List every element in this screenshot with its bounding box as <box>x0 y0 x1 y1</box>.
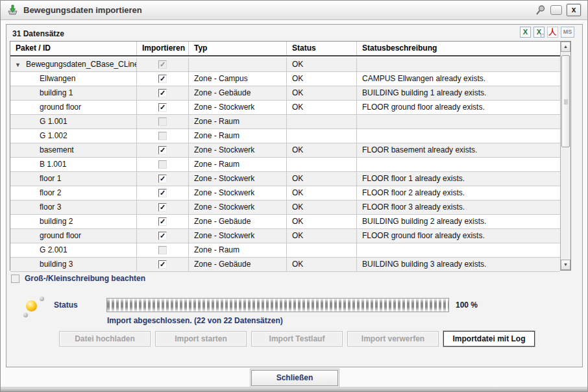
cell-typ: Zone - Gebäude <box>189 86 287 101</box>
status-label: Status <box>54 300 78 310</box>
cell-status: OK <box>287 172 357 186</box>
cell-statusbeschreibung: FLOOR basement already exists. <box>357 143 560 158</box>
cell-typ: Zone - Raum <box>189 129 287 143</box>
import-checkbox[interactable]: ✓ <box>158 217 167 226</box>
cell-importieren: ✓ <box>137 101 189 115</box>
cell-importieren: ✓ <box>137 172 189 186</box>
cell-typ: Zone - Stockwerk <box>189 101 287 115</box>
table-row[interactable]: ground floor✓Zone - StockwerkOKFLOOR gro… <box>10 229 560 243</box>
cell-statusbeschreibung: BUILDING building 1 already exists. <box>357 86 560 101</box>
cell-typ: Zone - Stockwerk <box>189 201 287 215</box>
cell-paket-id: ▼Bewegungsdaten_CBase_CLine_ <box>10 58 137 72</box>
close-button[interactable]: x <box>567 4 581 16</box>
cell-paket-id: building 1 <box>10 86 137 101</box>
cell-importieren <box>137 115 189 129</box>
excel-export-all-icon[interactable]: X <box>533 27 545 38</box>
cell-importieren: ✓ <box>137 143 189 158</box>
import-checkbox[interactable]: ✓ <box>158 89 167 97</box>
cell-importieren: ✓ <box>137 58 189 72</box>
progress-bar <box>106 298 449 312</box>
title-bar: Bewegungsdaten importieren x <box>1 1 587 20</box>
cell-typ: Zone - Campus <box>189 72 287 86</box>
cell-status: OK <box>287 58 357 72</box>
cell-paket-id: building 3 <box>10 258 137 272</box>
scrollbar-up-icon[interactable]: ▲ <box>561 42 570 52</box>
importfile-with-log-button[interactable]: Importdatei mit Log <box>443 331 535 347</box>
page-fold <box>541 34 545 38</box>
cell-typ: Zone - Raum <box>189 158 287 172</box>
cell-typ: Zone - Raum <box>189 115 287 129</box>
table-row[interactable]: building 3✓Zone - GebäudeOKBUILDING buil… <box>10 258 560 272</box>
case-sensitive-label: Groß-/Kleinschreibung beachten <box>25 274 145 283</box>
table-row[interactable]: G 1.001Zone - Raum <box>10 115 560 129</box>
record-count: 31 Datensätze <box>12 29 64 38</box>
vertical-scrollbar[interactable]: ▲ ▼ <box>560 42 570 270</box>
table-row[interactable]: G 2.001Zone - Raum <box>10 243 560 258</box>
cell-status <box>287 129 357 143</box>
import-checkbox[interactable]: ✓ <box>158 103 167 112</box>
cell-importieren: ✓ <box>137 201 189 215</box>
start-import-button: Import starten <box>155 331 247 347</box>
import-checkbox[interactable]: ✓ <box>158 146 167 154</box>
pin-icon[interactable] <box>534 5 546 16</box>
table-row[interactable]: Ellwangen✓Zone - CampusOKCAMPUS Ellwange… <box>10 72 560 86</box>
spinner-satellite <box>23 313 28 317</box>
table-row[interactable]: ground floor✓Zone - StockwerkOKFLOOR gro… <box>10 101 560 115</box>
import-checkbox <box>158 117 167 126</box>
table-row[interactable]: B 1.001Zone - Raum <box>10 158 560 172</box>
ms-export-button[interactable]: MS <box>561 27 574 38</box>
import-checkbox[interactable]: ✓ <box>158 260 167 269</box>
excel-export-icon[interactable]: X <box>520 27 531 38</box>
upload-file-button: Datei hochladen <box>59 331 151 347</box>
cell-statusbeschreibung: FLOOR floor 1 already exists. <box>357 172 560 186</box>
import-checkbox[interactable]: ✓ <box>158 75 167 83</box>
cell-paket-id: G 2.001 <box>10 243 137 258</box>
table-row[interactable]: G 1.002Zone - Raum <box>10 129 560 143</box>
import-testrun-button: Import Testlauf <box>251 331 343 347</box>
table-row[interactable]: floor 3✓Zone - StockwerkOKFLOOR floor 3 … <box>10 201 560 215</box>
cell-statusbeschreibung <box>357 115 560 129</box>
spinner-ball <box>26 300 37 312</box>
import-checkbox[interactable]: ✓ <box>158 203 167 212</box>
table-row[interactable]: building 2✓Zone - GebäudeOKBUILDING buil… <box>10 215 560 229</box>
progress-percent: 100 % <box>456 300 478 310</box>
table-row[interactable]: floor 2✓Zone - StockwerkOKFLOOR floor 2 … <box>10 186 560 201</box>
content-panel: 31 Datensätze X X 人 MS Paket / ID Import… <box>6 24 583 367</box>
table-row[interactable]: ▼Bewegungsdaten_CBase_CLine_✓OK <box>10 58 560 72</box>
cell-paket-id: floor 1 <box>10 172 137 186</box>
expand-triangle-icon[interactable]: ▼ <box>15 58 21 72</box>
cell-paket-id: G 1.002 <box>10 129 137 143</box>
scrollbar-down-icon[interactable]: ▼ <box>561 260 570 270</box>
cell-statusbeschreibung: FLOOR ground floor already exists. <box>357 101 560 115</box>
table-row[interactable]: building 1✓Zone - GebäudeOKBUILDING buil… <box>10 86 560 101</box>
scrollbar-thumb[interactable] <box>561 55 570 147</box>
cell-status: OK <box>287 258 357 272</box>
import-checkbox[interactable]: ✓ <box>158 175 167 183</box>
close-dialog-button[interactable]: Schließen <box>251 370 338 386</box>
pdf-export-icon[interactable]: 人 <box>547 27 558 38</box>
import-checkbox[interactable]: ✓ <box>158 232 167 240</box>
table-header: Paket / ID Importieren Typ Status Status… <box>10 42 570 56</box>
table-row[interactable]: basement✓Zone - StockwerkOKFLOOR basemen… <box>10 143 560 158</box>
cell-statusbeschreibung <box>357 129 560 143</box>
cell-importieren: ✓ <box>137 86 189 101</box>
column-header-paket-id[interactable]: Paket / ID <box>10 42 137 55</box>
case-sensitive-checkbox[interactable] <box>11 275 19 283</box>
cell-typ <box>189 58 287 72</box>
column-header-status[interactable]: Status <box>287 42 357 55</box>
cell-status: OK <box>287 72 357 86</box>
import-checkbox <box>158 132 167 140</box>
column-header-importieren[interactable]: Importieren <box>137 42 189 55</box>
import-table: Paket / ID Importieren Typ Status Status… <box>10 41 571 271</box>
column-header-statusbeschreibung[interactable]: Statusbeschreibung <box>357 42 560 55</box>
cell-importieren: ✓ <box>137 258 189 272</box>
import-checkbox <box>158 246 167 254</box>
cell-statusbeschreibung: FLOOR floor 2 already exists. <box>357 186 560 201</box>
maximize-button[interactable] <box>550 5 562 15</box>
column-header-typ[interactable]: Typ <box>189 42 287 55</box>
table-row[interactable]: floor 1✓Zone - StockwerkOKFLOOR floor 1 … <box>10 172 560 186</box>
cell-typ: Zone - Stockwerk <box>189 143 287 158</box>
cell-statusbeschreibung: FLOOR floor 3 already exists. <box>357 201 560 215</box>
import-checkbox[interactable]: ✓ <box>158 189 167 197</box>
cell-typ: Zone - Raum <box>189 243 287 258</box>
